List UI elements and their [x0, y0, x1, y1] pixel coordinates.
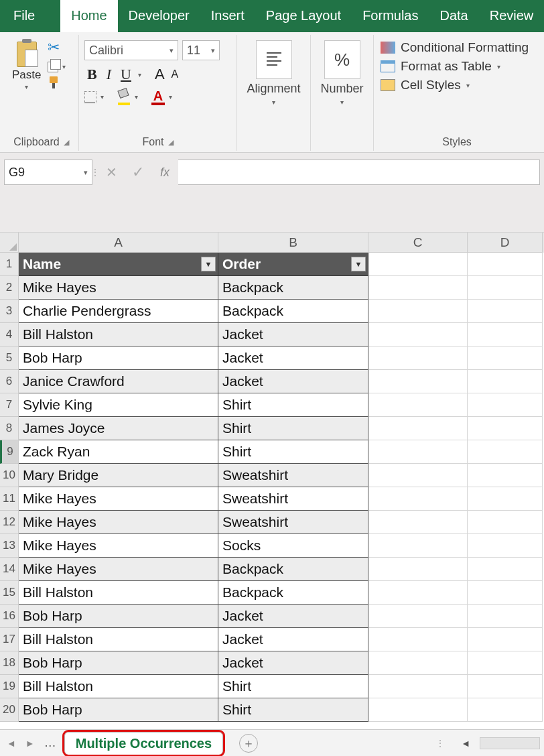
cell[interactable] — [468, 698, 543, 722]
cell[interactable]: Bill Halston — [19, 581, 218, 605]
cell[interactable]: Socks — [218, 534, 368, 558]
cell[interactable] — [468, 417, 543, 440]
row-header[interactable]: 10 — [0, 464, 19, 487]
cell[interactable] — [368, 464, 468, 487]
table-header-order[interactable]: Order▼ — [218, 253, 368, 276]
cell[interactable]: Charlie Pendergrass — [19, 300, 218, 323]
cell[interactable] — [368, 628, 468, 651]
increase-font-button[interactable]: A — [153, 66, 166, 83]
cell[interactable] — [468, 628, 543, 651]
copy-button[interactable]: ▾ — [48, 60, 66, 72]
tab-home[interactable]: Home — [60, 0, 117, 32]
cell[interactable]: Shirt — [218, 698, 368, 722]
cell[interactable] — [468, 581, 543, 605]
row-header[interactable]: 9 — [0, 440, 19, 464]
insert-function-button[interactable]: fx — [151, 160, 178, 185]
cell[interactable] — [468, 487, 543, 511]
font-size-combo[interactable]: 11▾ — [182, 40, 220, 60]
tab-developer[interactable]: Developer — [118, 0, 200, 32]
dialog-launcher-icon[interactable]: ◢ — [168, 138, 174, 146]
row-header[interactable]: 1 — [0, 253, 19, 276]
cell[interactable]: Mike Hayes — [19, 558, 218, 581]
cell[interactable] — [468, 370, 543, 393]
sheet-bar-options[interactable]: ⋮ — [429, 738, 452, 749]
cell[interactable] — [368, 651, 468, 675]
cell[interactable] — [368, 276, 468, 300]
row-header[interactable]: 2 — [0, 276, 19, 300]
bold-button[interactable]: B — [84, 66, 100, 83]
cell[interactable] — [468, 276, 543, 300]
cell[interactable]: Jacket — [218, 651, 368, 675]
cell[interactable]: Jacket — [218, 628, 368, 651]
cell[interactable] — [468, 534, 543, 558]
cell[interactable]: Bob Harp — [19, 651, 218, 675]
alignment-gallery-button[interactable] — [256, 40, 292, 79]
column-header-b[interactable]: B — [218, 233, 368, 253]
select-all-button[interactable] — [0, 233, 19, 253]
cell[interactable] — [468, 300, 543, 323]
tab-review[interactable]: Review — [479, 0, 544, 32]
cell[interactable]: Jacket — [218, 605, 368, 628]
cell[interactable]: Sweatshirt — [218, 487, 368, 511]
cell[interactable]: Sylvie King — [19, 393, 218, 417]
cell[interactable]: Mike Hayes — [19, 487, 218, 511]
enter-formula-button[interactable]: ✓ — [125, 160, 151, 185]
borders-button[interactable] — [84, 91, 96, 103]
cell[interactable]: Sweatshirt — [218, 464, 368, 487]
cell[interactable]: Mike Hayes — [19, 511, 218, 534]
row-header[interactable]: 12 — [0, 511, 19, 534]
font-color-button[interactable]: A — [151, 88, 165, 105]
tab-page-layout[interactable]: Page Layout — [255, 0, 352, 32]
format-as-table-button[interactable]: Format as Table ▾ — [381, 59, 533, 74]
formula-input[interactable] — [178, 160, 540, 185]
row-header[interactable]: 16 — [0, 605, 19, 628]
cell[interactable] — [368, 558, 468, 581]
decrease-font-button[interactable]: A — [170, 68, 180, 80]
format-painter-button[interactable] — [48, 76, 66, 90]
cell[interactable] — [368, 581, 468, 605]
cell[interactable] — [468, 675, 543, 698]
cell[interactable] — [368, 300, 468, 323]
cell[interactable] — [368, 323, 468, 346]
add-sheet-button[interactable]: ＋ — [239, 734, 258, 753]
cell[interactable] — [468, 511, 543, 534]
cell[interactable] — [468, 253, 543, 276]
row-header[interactable]: 7 — [0, 393, 19, 417]
row-header[interactable]: 11 — [0, 487, 19, 511]
cut-button[interactable]: ✂ — [48, 39, 66, 56]
row-header[interactable]: 6 — [0, 370, 19, 393]
cell[interactable]: Bill Halston — [19, 675, 218, 698]
cell[interactable] — [368, 605, 468, 628]
cell[interactable] — [468, 346, 543, 370]
number-gallery-button[interactable]: % — [324, 40, 360, 79]
cell[interactable] — [468, 323, 543, 346]
cell[interactable]: Shirt — [218, 393, 368, 417]
font-name-combo[interactable]: Calibri▾ — [84, 40, 178, 60]
cell[interactable]: Shirt — [218, 675, 368, 698]
cell[interactable] — [468, 605, 543, 628]
cell[interactable]: Zack Ryan — [19, 440, 218, 464]
cell[interactable]: Shirt — [218, 440, 368, 464]
row-header[interactable]: 13 — [0, 534, 19, 558]
fill-color-button[interactable] — [117, 89, 131, 105]
cell[interactable]: Mike Hayes — [19, 534, 218, 558]
underline-button[interactable]: U — [118, 66, 134, 83]
cell[interactable]: Bill Halston — [19, 323, 218, 346]
cell[interactable] — [468, 651, 543, 675]
cell[interactable]: Mary Bridge — [19, 464, 218, 487]
sheet-nav-prev[interactable]: ◄ — [4, 738, 19, 749]
cell[interactable]: Bob Harp — [19, 346, 218, 370]
cell[interactable] — [368, 393, 468, 417]
row-header[interactable]: 17 — [0, 628, 19, 651]
tab-data[interactable]: Data — [429, 0, 478, 32]
conditional-formatting-button[interactable]: Conditional Formatting — [381, 40, 533, 55]
cell[interactable]: Mike Hayes — [19, 276, 218, 300]
row-header[interactable]: 14 — [0, 558, 19, 581]
cell[interactable]: Backpack — [218, 276, 368, 300]
cell[interactable]: Jacket — [218, 346, 368, 370]
cell[interactable] — [368, 346, 468, 370]
cell[interactable]: James Joyce — [19, 417, 218, 440]
name-box[interactable]: G9▾ — [4, 160, 92, 185]
column-header-c[interactable]: C — [368, 233, 468, 253]
row-header[interactable]: 3 — [0, 300, 19, 323]
